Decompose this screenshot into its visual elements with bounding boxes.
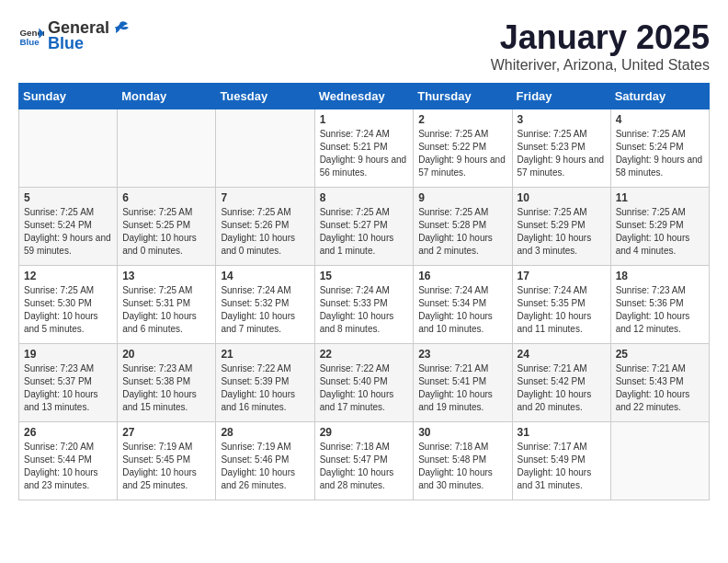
day-info: Sunrise: 7:20 AM Sunset: 5:44 PM Dayligh… (24, 441, 112, 492)
day-info: Sunrise: 7:23 AM Sunset: 5:36 PM Dayligh… (616, 284, 704, 336)
svg-text:Blue: Blue (19, 37, 40, 47)
header-sunday: Sunday (19, 84, 118, 109)
day-number: 18 (616, 270, 704, 282)
calendar-cell: 14 Sunrise: 7:24 AM Sunset: 5:32 PM Dayl… (216, 266, 314, 344)
day-number: 31 (518, 426, 606, 439)
day-info: Sunrise: 7:24 AM Sunset: 5:32 PM Dayligh… (221, 284, 309, 336)
logo: General Blue General Blue (18, 18, 130, 53)
calendar-cell: 18 Sunrise: 7:23 AM Sunset: 5:36 PM Dayl… (610, 266, 709, 344)
calendar-cell: 13 Sunrise: 7:25 AM Sunset: 5:31 PM Dayl… (118, 266, 216, 344)
calendar-header-row: Sunday Monday Tuesday Wednesday Thursday… (19, 84, 710, 109)
day-info: Sunrise: 7:22 AM Sunset: 5:39 PM Dayligh… (221, 362, 309, 414)
header-wednesday: Wednesday (314, 84, 414, 109)
day-info: Sunrise: 7:25 AM Sunset: 5:31 PM Dayligh… (122, 284, 210, 336)
day-number: 21 (221, 348, 309, 361)
day-number: 26 (24, 426, 112, 439)
calendar-cell: 22 Sunrise: 7:22 AM Sunset: 5:40 PM Dayl… (314, 344, 414, 422)
calendar-cell (216, 109, 314, 188)
calendar-cell: 16 Sunrise: 7:24 AM Sunset: 5:34 PM Dayl… (414, 266, 512, 344)
day-info: Sunrise: 7:25 AM Sunset: 5:29 PM Dayligh… (518, 206, 606, 258)
calendar-title: January 2025 (491, 18, 710, 57)
header-thursday: Thursday (414, 84, 512, 109)
header-friday: Friday (512, 84, 610, 109)
day-info: Sunrise: 7:18 AM Sunset: 5:47 PM Dayligh… (320, 441, 409, 492)
day-number: 15 (320, 270, 409, 282)
calendar-cell: 17 Sunrise: 7:24 AM Sunset: 5:35 PM Dayl… (512, 266, 610, 344)
day-info: Sunrise: 7:25 AM Sunset: 5:30 PM Dayligh… (24, 284, 112, 336)
calendar-week-3: 12 Sunrise: 7:25 AM Sunset: 5:30 PM Dayl… (19, 266, 710, 344)
day-number: 1 (320, 113, 409, 126)
day-number: 8 (320, 191, 409, 204)
day-number: 14 (221, 270, 309, 282)
calendar-cell: 11 Sunrise: 7:25 AM Sunset: 5:29 PM Dayl… (610, 188, 709, 266)
calendar-cell: 9 Sunrise: 7:25 AM Sunset: 5:28 PM Dayli… (414, 188, 512, 266)
day-info: Sunrise: 7:25 AM Sunset: 5:22 PM Dayligh… (418, 128, 506, 179)
day-info: Sunrise: 7:25 AM Sunset: 5:24 PM Dayligh… (616, 128, 704, 179)
header-monday: Monday (118, 84, 216, 109)
calendar-cell: 3 Sunrise: 7:25 AM Sunset: 5:23 PM Dayli… (512, 109, 610, 188)
day-number: 5 (24, 191, 112, 204)
calendar-cell: 12 Sunrise: 7:25 AM Sunset: 5:30 PM Dayl… (19, 266, 118, 344)
calendar-cell: 27 Sunrise: 7:19 AM Sunset: 5:45 PM Dayl… (118, 422, 216, 500)
calendar-cell: 21 Sunrise: 7:22 AM Sunset: 5:39 PM Dayl… (216, 344, 314, 422)
day-info: Sunrise: 7:23 AM Sunset: 5:38 PM Dayligh… (122, 362, 210, 414)
day-number: 24 (518, 348, 606, 361)
day-number: 2 (418, 113, 506, 126)
day-info: Sunrise: 7:19 AM Sunset: 5:46 PM Dayligh… (221, 441, 309, 492)
day-info: Sunrise: 7:25 AM Sunset: 5:24 PM Dayligh… (24, 206, 112, 258)
calendar-cell: 26 Sunrise: 7:20 AM Sunset: 5:44 PM Dayl… (19, 422, 118, 500)
day-number: 13 (122, 270, 210, 282)
calendar-cell (610, 422, 709, 500)
day-number: 27 (122, 426, 210, 439)
day-info: Sunrise: 7:24 AM Sunset: 5:21 PM Dayligh… (320, 128, 409, 179)
calendar-week-5: 26 Sunrise: 7:20 AM Sunset: 5:44 PM Dayl… (19, 422, 710, 500)
day-number: 28 (221, 426, 309, 439)
calendar-cell: 1 Sunrise: 7:24 AM Sunset: 5:21 PM Dayli… (314, 109, 414, 188)
title-section: January 2025 Whiteriver, Arizona, United… (491, 18, 710, 74)
day-info: Sunrise: 7:25 AM Sunset: 5:25 PM Dayligh… (122, 206, 210, 258)
calendar-cell: 8 Sunrise: 7:25 AM Sunset: 5:27 PM Dayli… (314, 188, 414, 266)
day-number: 22 (320, 348, 409, 361)
day-number: 6 (122, 191, 210, 204)
calendar-cell: 20 Sunrise: 7:23 AM Sunset: 5:38 PM Dayl… (118, 344, 216, 422)
calendar-cell: 5 Sunrise: 7:25 AM Sunset: 5:24 PM Dayli… (19, 188, 118, 266)
day-number: 11 (616, 191, 704, 204)
day-number: 23 (418, 348, 506, 361)
day-info: Sunrise: 7:25 AM Sunset: 5:27 PM Dayligh… (320, 206, 409, 258)
day-number: 10 (518, 191, 606, 204)
day-number: 17 (518, 270, 606, 282)
calendar-cell (118, 109, 216, 188)
calendar-cell: 31 Sunrise: 7:17 AM Sunset: 5:49 PM Dayl… (512, 422, 610, 500)
calendar-cell: 30 Sunrise: 7:18 AM Sunset: 5:48 PM Dayl… (414, 422, 512, 500)
day-info: Sunrise: 7:21 AM Sunset: 5:42 PM Dayligh… (518, 362, 606, 414)
calendar-cell (19, 109, 118, 188)
calendar-cell: 24 Sunrise: 7:21 AM Sunset: 5:42 PM Dayl… (512, 344, 610, 422)
day-number: 30 (418, 426, 506, 439)
calendar-cell: 29 Sunrise: 7:18 AM Sunset: 5:47 PM Dayl… (314, 422, 414, 500)
day-info: Sunrise: 7:25 AM Sunset: 5:28 PM Dayligh… (418, 206, 506, 258)
calendar-cell: 28 Sunrise: 7:19 AM Sunset: 5:46 PM Dayl… (216, 422, 314, 500)
calendar-cell: 6 Sunrise: 7:25 AM Sunset: 5:25 PM Dayli… (118, 188, 216, 266)
calendar-cell: 15 Sunrise: 7:24 AM Sunset: 5:33 PM Dayl… (314, 266, 414, 344)
day-info: Sunrise: 7:25 AM Sunset: 5:23 PM Dayligh… (518, 128, 606, 179)
day-number: 9 (418, 191, 506, 204)
header: General Blue General Blue January 2025 W… (18, 18, 710, 74)
day-info: Sunrise: 7:24 AM Sunset: 5:33 PM Dayligh… (320, 284, 409, 336)
logo-icon: General Blue (18, 23, 44, 49)
calendar-cell: 25 Sunrise: 7:21 AM Sunset: 5:43 PM Dayl… (610, 344, 709, 422)
calendar-cell: 4 Sunrise: 7:25 AM Sunset: 5:24 PM Dayli… (610, 109, 709, 188)
day-info: Sunrise: 7:17 AM Sunset: 5:49 PM Dayligh… (518, 441, 606, 492)
day-number: 25 (616, 348, 704, 361)
day-number: 3 (518, 113, 606, 126)
calendar-week-2: 5 Sunrise: 7:25 AM Sunset: 5:24 PM Dayli… (19, 188, 710, 266)
calendar-cell: 2 Sunrise: 7:25 AM Sunset: 5:22 PM Dayli… (414, 109, 512, 188)
calendar-table: Sunday Monday Tuesday Wednesday Thursday… (18, 83, 710, 500)
header-saturday: Saturday (610, 84, 709, 109)
day-info: Sunrise: 7:21 AM Sunset: 5:43 PM Dayligh… (616, 362, 704, 414)
day-info: Sunrise: 7:23 AM Sunset: 5:37 PM Dayligh… (24, 362, 112, 414)
day-number: 20 (122, 348, 210, 361)
day-number: 16 (418, 270, 506, 282)
day-number: 12 (24, 270, 112, 282)
calendar-week-1: 1 Sunrise: 7:24 AM Sunset: 5:21 PM Dayli… (19, 109, 710, 188)
day-info: Sunrise: 7:24 AM Sunset: 5:35 PM Dayligh… (518, 284, 606, 336)
